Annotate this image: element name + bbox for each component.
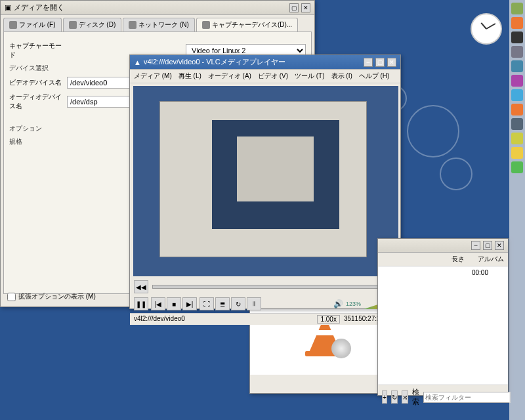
vlc-titlebar[interactable]: ▲ v4l2:///dev/video0 - VLCメディアプレイヤー – ▢ … bbox=[130, 55, 400, 70]
floppy-icon: ▣ bbox=[5, 3, 11, 12]
open-media-titlebar[interactable]: ▣ メディアを開く ▢ ✕ bbox=[1, 1, 314, 15]
video-device-label: ビデオデバイス名 bbox=[9, 78, 62, 87]
extra-options-label: 拡張オプションの表示 (M) bbox=[18, 292, 96, 301]
dock-firefox-icon[interactable] bbox=[511, 17, 523, 29]
dock-globe-icon[interactable] bbox=[511, 89, 523, 101]
list-item[interactable]: 00:00 bbox=[378, 266, 508, 279]
disc-icon bbox=[69, 21, 77, 29]
playlist-body[interactable]: 00:00 bbox=[378, 266, 508, 385]
close-button[interactable]: ✕ bbox=[301, 3, 310, 12]
playlist-titlebar[interactable]: – ▢ ✕ bbox=[378, 239, 508, 253]
col-length: 長さ bbox=[452, 255, 465, 264]
dock bbox=[509, 0, 525, 420]
playlist-button[interactable]: ≣ bbox=[215, 297, 230, 310]
menu-help[interactable]: ヘルプ (H) bbox=[359, 72, 390, 81]
dock-recycle-icon[interactable] bbox=[511, 161, 523, 173]
dock-terminal-icon[interactable] bbox=[511, 32, 523, 43]
dock-home-icon[interactable] bbox=[511, 3, 523, 14]
vlc-menubar: メディア (M) 再生 (L) オーディオ (A) ビデオ (V) ツール (T… bbox=[130, 70, 400, 83]
tab-network[interactable]: ネットワーク (N) bbox=[123, 18, 195, 32]
prev-chapter-button[interactable]: ◀◀ bbox=[134, 280, 148, 293]
loop-button[interactable]: ↻ bbox=[231, 297, 245, 310]
search-label: 検索 bbox=[412, 387, 419, 407]
maximize-button[interactable]: ▢ bbox=[375, 58, 385, 67]
dock-warn-icon[interactable] bbox=[511, 147, 523, 159]
tab-disc[interactable]: ディスク (D) bbox=[63, 18, 122, 32]
vlc-title: v4l2:///dev/video0 - VLCメディアプレイヤー bbox=[144, 57, 285, 67]
file-icon bbox=[9, 21, 17, 29]
tab-capture[interactable]: キャプチャーデバイス(D)... bbox=[196, 18, 298, 32]
fullscreen-button[interactable]: ⛶ bbox=[200, 297, 214, 310]
menu-audio[interactable]: オーディオ (A) bbox=[208, 72, 251, 81]
close-button[interactable]: ✕ bbox=[495, 241, 504, 250]
vlc-app-icon: ▲ bbox=[134, 58, 141, 66]
menu-tools[interactable]: ツール (T) bbox=[295, 72, 325, 81]
dock-video-icon[interactable] bbox=[511, 75, 523, 87]
dock-display-icon[interactable] bbox=[511, 60, 523, 72]
dock-monitor-icon[interactable] bbox=[511, 118, 523, 130]
capture-icon bbox=[202, 21, 210, 29]
seek-bar[interactable] bbox=[152, 285, 378, 289]
network-icon bbox=[129, 21, 136, 29]
shuffle-button[interactable]: ⤨ bbox=[402, 390, 408, 404]
maximize-button[interactable]: ▢ bbox=[483, 241, 492, 250]
equalizer-button[interactable]: ⫴ bbox=[247, 297, 261, 310]
loop-button[interactable]: ↻ bbox=[391, 390, 398, 404]
status-path: v4l2:///dev/video0 bbox=[134, 315, 185, 324]
search-input[interactable] bbox=[423, 392, 511, 403]
tab-file[interactable]: ファイル (F) bbox=[3, 18, 62, 32]
capture-mode-label: キャプチャーモード bbox=[9, 41, 62, 60]
vlc-player-window: ▲ v4l2:///dev/video0 - VLCメディアプレイヤー – ▢ … bbox=[129, 54, 401, 309]
mute-icon[interactable]: 🔊 bbox=[333, 299, 343, 308]
stop-button[interactable]: ■ bbox=[167, 297, 181, 310]
audio-device-label: オーディオデバイス名 bbox=[9, 93, 62, 111]
dock-star-icon[interactable] bbox=[511, 133, 523, 144]
playback-speed: 1.00x bbox=[317, 315, 339, 324]
maximize-button[interactable]: ▢ bbox=[289, 3, 299, 12]
extra-options-checkbox[interactable] bbox=[7, 293, 16, 301]
dock-vlc-icon[interactable] bbox=[511, 104, 523, 116]
video-area[interactable] bbox=[133, 86, 398, 276]
menu-media[interactable]: メディア (M) bbox=[134, 72, 172, 81]
prev-button[interactable]: |◀ bbox=[151, 297, 165, 310]
minimize-button[interactable]: – bbox=[471, 241, 480, 250]
add-button[interactable]: + bbox=[382, 390, 387, 404]
minimize-button[interactable]: – bbox=[364, 58, 373, 67]
playlist-window: – ▢ ✕ 長さ アルバム 00:00 + ↻ ⤨ 検索 bbox=[377, 238, 509, 396]
next-button[interactable]: ▶| bbox=[182, 297, 197, 310]
menu-video[interactable]: ビデオ (V) bbox=[258, 72, 288, 81]
menu-playback[interactable]: 再生 (L) bbox=[178, 72, 201, 81]
desktop-clock bbox=[471, 13, 502, 45]
col-album: アルバム bbox=[478, 255, 504, 264]
close-button[interactable]: ✕ bbox=[387, 58, 396, 67]
volume-percent: 123% bbox=[346, 301, 361, 307]
open-media-title: メディアを開く bbox=[14, 3, 64, 12]
dock-gears-icon[interactable] bbox=[511, 46, 523, 58]
pause-button[interactable]: ❚❚ bbox=[134, 297, 148, 310]
menu-view[interactable]: 表示 (I) bbox=[331, 72, 352, 81]
